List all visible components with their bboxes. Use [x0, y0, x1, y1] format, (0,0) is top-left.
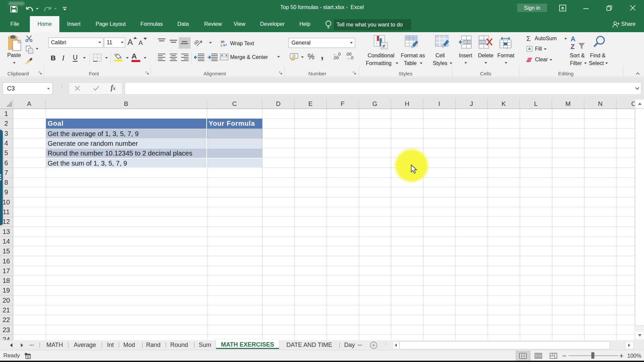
svg-text:A: A	[571, 35, 575, 43]
svg-text:c: c	[221, 44, 222, 47]
svg-text:Z: Z	[571, 43, 575, 50]
svg-text:≠: ≠	[382, 43, 385, 49]
svg-text:ab: ab	[221, 40, 225, 44]
svg-text:ab: ab	[194, 38, 200, 46]
